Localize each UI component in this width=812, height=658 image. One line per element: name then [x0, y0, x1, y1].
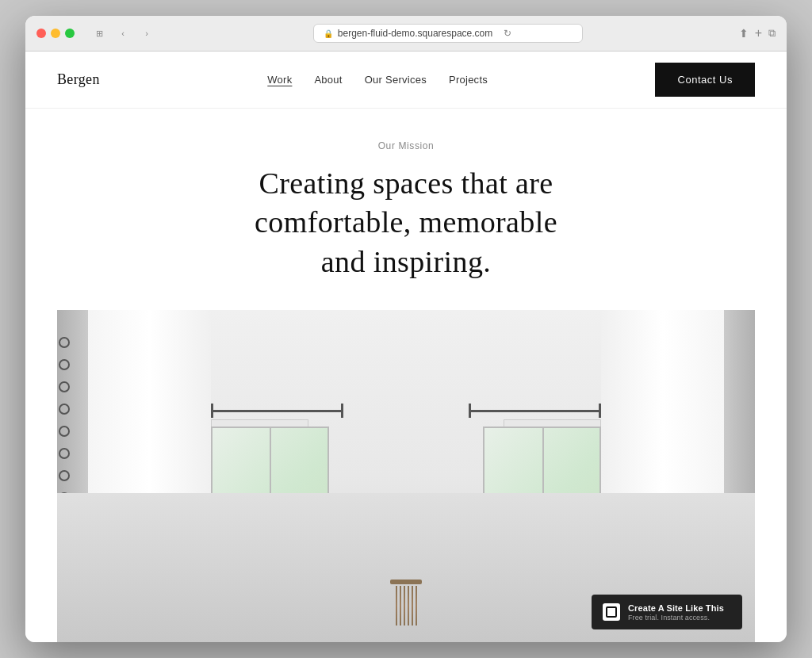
nav-link-projects[interactable]: Projects: [449, 74, 488, 86]
nav-link-services[interactable]: Our Services: [365, 74, 427, 86]
macrame-top: [390, 580, 422, 584]
windows-button[interactable]: ⧉: [768, 27, 776, 40]
address-bar[interactable]: 🔒 bergen-fluid-demo.squarespace.com ↻: [313, 24, 583, 43]
reload-button[interactable]: ↻: [504, 28, 511, 39]
curtain-ring: [59, 448, 70, 459]
squarespace-badge[interactable]: Create A Site Like This Free trial. Inst…: [592, 595, 742, 629]
maximize-button[interactable]: [65, 29, 75, 38]
curtain-rod-right-window: [469, 410, 601, 412]
macrame-strings: [382, 586, 430, 625]
contact-us-button[interactable]: Contact Us: [655, 63, 755, 97]
browser-actions: ⬆ + ⧉: [739, 26, 776, 40]
mission-heading: Creating spaces that are comfortable, me…: [239, 164, 573, 281]
nav-link-about[interactable]: About: [314, 74, 342, 86]
badge-text: Create A Site Like This Free trial. Inst…: [628, 603, 724, 622]
hero-image-section: Create A Site Like This Free trial. Inst…: [57, 310, 755, 642]
browser-window: ⊞ ‹ › 🔒 bergen-fluid-demo.squarespace.co…: [25, 16, 787, 642]
curtain-rings: [59, 337, 70, 503]
curtain-rod-left-window: [211, 410, 343, 412]
mission-section: Our Mission Creating spaces that are com…: [25, 109, 787, 310]
forward-button[interactable]: ›: [136, 25, 157, 41]
website: Bergen Work About Our Services Projects …: [25, 52, 787, 642]
windows-icon[interactable]: ⊞: [89, 25, 109, 41]
new-tab-button[interactable]: +: [755, 26, 762, 40]
url-text: bergen-fluid-demo.squarespace.com: [338, 28, 492, 39]
squarespace-logo-inner: [606, 606, 617, 618]
nav-links: Work About Our Services Projects: [267, 74, 488, 86]
share-button[interactable]: ⬆: [739, 27, 749, 40]
minimize-button[interactable]: [51, 29, 60, 38]
traffic-lights: [36, 29, 75, 38]
macrame-decoration: [382, 580, 430, 625]
browser-controls: ⊞ ‹ ›: [89, 25, 157, 41]
lock-icon: 🔒: [324, 29, 333, 38]
badge-subtitle: Free trial. Instant access.: [628, 614, 724, 622]
mission-label: Our Mission: [41, 140, 771, 151]
squarespace-logo: [603, 603, 620, 621]
macrame-string: [400, 586, 401, 625]
navigation: Bergen Work About Our Services Projects …: [25, 52, 787, 109]
badge-title: Create A Site Like This: [628, 603, 724, 614]
macrame-string: [416, 586, 417, 625]
macrame-string: [408, 586, 409, 625]
curtain-ring: [59, 426, 70, 437]
macrame-string: [412, 586, 413, 625]
curtain-ring: [59, 337, 70, 348]
macrame-string: [396, 586, 397, 625]
curtain-ring: [59, 359, 70, 370]
address-bar-container: 🔒 bergen-fluid-demo.squarespace.com ↻: [165, 24, 731, 43]
nav-link-work[interactable]: Work: [267, 74, 292, 86]
browser-chrome: ⊞ ‹ › 🔒 bergen-fluid-demo.squarespace.co…: [25, 16, 787, 52]
main-content: Our Mission Creating spaces that are com…: [25, 109, 787, 642]
curtain-ring: [59, 381, 70, 392]
room-image: Create A Site Like This Free trial. Inst…: [57, 310, 755, 642]
macrame-string: [404, 586, 405, 625]
back-button[interactable]: ‹: [113, 25, 133, 41]
site-logo[interactable]: Bergen: [57, 71, 100, 88]
curtain-ring: [59, 404, 70, 415]
close-button[interactable]: [36, 29, 46, 38]
curtain-ring: [59, 470, 70, 481]
